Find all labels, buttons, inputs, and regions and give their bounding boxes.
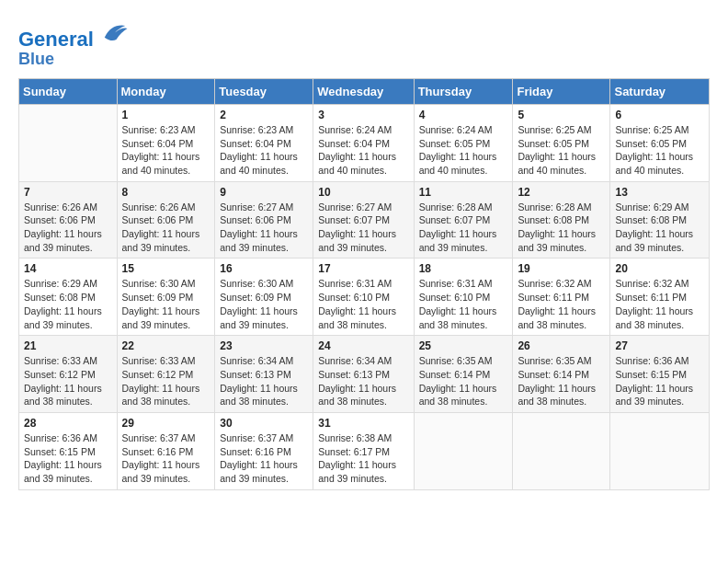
logo-blue: Blue — [18, 51, 129, 69]
calendar-cell: 13 Sunrise: 6:29 AMSunset: 6:08 PMDaylig… — [610, 181, 710, 259]
cell-info: Sunrise: 6:24 AMSunset: 6:04 PMDaylight:… — [318, 124, 396, 176]
calendar-cell: 8 Sunrise: 6:26 AMSunset: 6:06 PMDayligh… — [117, 181, 215, 259]
day-number: 19 — [518, 262, 605, 275]
weekday-header-saturday: Saturday — [610, 78, 710, 104]
calendar-cell: 21 Sunrise: 6:33 AMSunset: 6:12 PMDaylig… — [19, 336, 118, 413]
calendar-cell: 9 Sunrise: 6:27 AMSunset: 6:06 PMDayligh… — [215, 181, 313, 259]
weekday-header-sunday: Sunday — [19, 78, 118, 104]
cell-info: Sunrise: 6:23 AMSunset: 6:04 PMDaylight:… — [220, 124, 298, 176]
logo: General Blue — [18, 18, 129, 69]
calendar-week-row: 1 Sunrise: 6:23 AMSunset: 6:04 PMDayligh… — [19, 104, 710, 181]
day-number: 1 — [122, 109, 210, 121]
calendar-cell: 7 Sunrise: 6:26 AMSunset: 6:06 PMDayligh… — [19, 181, 118, 259]
calendar-cell: 29 Sunrise: 6:37 AMSunset: 6:16 PMDaylig… — [117, 412, 215, 489]
day-number: 11 — [419, 186, 508, 199]
day-number: 29 — [122, 417, 210, 430]
calendar-week-row: 21 Sunrise: 6:33 AMSunset: 6:12 PMDaylig… — [19, 336, 710, 413]
calendar-week-row: 28 Sunrise: 6:36 AMSunset: 6:15 PMDaylig… — [19, 412, 710, 489]
cell-info: Sunrise: 6:28 AMSunset: 6:08 PMDaylight:… — [518, 201, 596, 253]
weekday-header-thursday: Thursday — [414, 78, 513, 104]
cell-info: Sunrise: 6:36 AMSunset: 6:15 PMDaylight:… — [615, 355, 693, 407]
weekday-header-row: SundayMondayTuesdayWednesdayThursdayFrid… — [19, 78, 710, 104]
calendar-cell: 20 Sunrise: 6:32 AMSunset: 6:11 PMDaylig… — [610, 259, 710, 336]
calendar-cell: 1 Sunrise: 6:23 AMSunset: 6:04 PMDayligh… — [117, 104, 215, 181]
day-number: 25 — [419, 339, 508, 352]
calendar-week-row: 14 Sunrise: 6:29 AMSunset: 6:08 PMDaylig… — [19, 259, 710, 336]
calendar-cell: 5 Sunrise: 6:25 AMSunset: 6:05 PMDayligh… — [513, 104, 610, 181]
cell-info: Sunrise: 6:34 AMSunset: 6:13 PMDaylight:… — [220, 355, 298, 407]
day-number: 10 — [318, 186, 408, 199]
cell-info: Sunrise: 6:32 AMSunset: 6:11 PMDaylight:… — [518, 278, 596, 329]
cell-info: Sunrise: 6:25 AMSunset: 6:05 PMDaylight:… — [518, 124, 596, 176]
weekday-header-wednesday: Wednesday — [313, 78, 414, 104]
day-number: 12 — [518, 186, 605, 199]
calendar-cell: 25 Sunrise: 6:35 AMSunset: 6:14 PMDaylig… — [414, 336, 513, 413]
cell-info: Sunrise: 6:24 AMSunset: 6:05 PMDaylight:… — [419, 124, 497, 176]
calendar-cell: 10 Sunrise: 6:27 AMSunset: 6:07 PMDaylig… — [313, 181, 414, 259]
cell-info: Sunrise: 6:28 AMSunset: 6:07 PMDaylight:… — [419, 201, 497, 253]
calendar-cell: 14 Sunrise: 6:29 AMSunset: 6:08 PMDaylig… — [19, 259, 118, 336]
calendar-cell: 4 Sunrise: 6:24 AMSunset: 6:05 PMDayligh… — [414, 104, 513, 181]
day-number: 17 — [318, 262, 408, 275]
calendar-cell — [19, 104, 118, 181]
day-number: 21 — [24, 339, 112, 352]
calendar-cell: 24 Sunrise: 6:34 AMSunset: 6:13 PMDaylig… — [313, 336, 414, 413]
calendar-cell: 17 Sunrise: 6:31 AMSunset: 6:10 PMDaylig… — [313, 259, 414, 336]
day-number: 20 — [615, 262, 704, 275]
cell-info: Sunrise: 6:33 AMSunset: 6:12 PMDaylight:… — [122, 355, 200, 407]
calendar-table: SundayMondayTuesdayWednesdayThursdayFrid… — [18, 78, 710, 490]
weekday-header-friday: Friday — [513, 78, 610, 104]
day-number: 3 — [318, 109, 408, 121]
cell-info: Sunrise: 6:30 AMSunset: 6:09 PMDaylight:… — [122, 278, 200, 329]
day-number: 18 — [419, 262, 508, 275]
calendar-cell: 2 Sunrise: 6:23 AMSunset: 6:04 PMDayligh… — [215, 104, 313, 181]
cell-info: Sunrise: 6:33 AMSunset: 6:12 PMDaylight:… — [24, 355, 102, 407]
calendar-cell: 16 Sunrise: 6:30 AMSunset: 6:09 PMDaylig… — [215, 259, 313, 336]
cell-info: Sunrise: 6:25 AMSunset: 6:05 PMDaylight:… — [615, 124, 693, 176]
calendar-week-row: 7 Sunrise: 6:26 AMSunset: 6:06 PMDayligh… — [19, 181, 710, 259]
logo-text: General — [18, 18, 129, 51]
day-number: 16 — [220, 262, 308, 275]
cell-info: Sunrise: 6:35 AMSunset: 6:14 PMDaylight:… — [419, 355, 497, 407]
calendar-cell: 26 Sunrise: 6:35 AMSunset: 6:14 PMDaylig… — [513, 336, 610, 413]
calendar-cell: 19 Sunrise: 6:32 AMSunset: 6:11 PMDaylig… — [513, 259, 610, 336]
cell-info: Sunrise: 6:27 AMSunset: 6:07 PMDaylight:… — [318, 201, 396, 253]
day-number: 2 — [220, 109, 308, 121]
cell-info: Sunrise: 6:26 AMSunset: 6:06 PMDaylight:… — [122, 201, 200, 253]
cell-info: Sunrise: 6:37 AMSunset: 6:16 PMDaylight:… — [122, 432, 200, 484]
day-number: 26 — [518, 339, 605, 352]
day-number: 22 — [122, 339, 210, 352]
day-number: 24 — [318, 339, 408, 352]
weekday-header-monday: Monday — [117, 78, 215, 104]
cell-info: Sunrise: 6:31 AMSunset: 6:10 PMDaylight:… — [419, 278, 497, 329]
calendar-cell: 6 Sunrise: 6:25 AMSunset: 6:05 PMDayligh… — [610, 104, 710, 181]
calendar-cell: 23 Sunrise: 6:34 AMSunset: 6:13 PMDaylig… — [215, 336, 313, 413]
day-number: 27 — [615, 339, 704, 352]
calendar-cell: 28 Sunrise: 6:36 AMSunset: 6:15 PMDaylig… — [19, 412, 118, 489]
cell-info: Sunrise: 6:29 AMSunset: 6:08 PMDaylight:… — [615, 201, 693, 253]
calendar-cell: 27 Sunrise: 6:36 AMSunset: 6:15 PMDaylig… — [610, 336, 710, 413]
calendar-cell: 3 Sunrise: 6:24 AMSunset: 6:04 PMDayligh… — [313, 104, 414, 181]
day-number: 31 — [318, 417, 408, 430]
cell-info: Sunrise: 6:35 AMSunset: 6:14 PMDaylight:… — [518, 355, 596, 407]
calendar-cell: 15 Sunrise: 6:30 AMSunset: 6:09 PMDaylig… — [117, 259, 215, 336]
calendar-cell: 12 Sunrise: 6:28 AMSunset: 6:08 PMDaylig… — [513, 181, 610, 259]
day-number: 8 — [122, 186, 210, 199]
cell-info: Sunrise: 6:27 AMSunset: 6:06 PMDaylight:… — [220, 201, 298, 253]
day-number: 14 — [24, 262, 112, 275]
cell-info: Sunrise: 6:26 AMSunset: 6:06 PMDaylight:… — [24, 201, 102, 253]
cell-info: Sunrise: 6:23 AMSunset: 6:04 PMDaylight:… — [122, 124, 200, 176]
logo-bird-icon — [101, 18, 129, 46]
cell-info: Sunrise: 6:34 AMSunset: 6:13 PMDaylight:… — [318, 355, 396, 407]
day-number: 9 — [220, 186, 308, 199]
calendar-cell — [414, 412, 513, 489]
day-number: 6 — [615, 109, 704, 121]
day-number: 30 — [220, 417, 308, 430]
day-number: 4 — [419, 109, 508, 121]
day-number: 28 — [24, 417, 112, 430]
cell-info: Sunrise: 6:32 AMSunset: 6:11 PMDaylight:… — [615, 278, 693, 329]
cell-info: Sunrise: 6:36 AMSunset: 6:15 PMDaylight:… — [24, 432, 102, 484]
calendar-cell: 31 Sunrise: 6:38 AMSunset: 6:17 PMDaylig… — [313, 412, 414, 489]
day-number: 13 — [615, 186, 704, 199]
logo-general: General — [18, 28, 94, 51]
